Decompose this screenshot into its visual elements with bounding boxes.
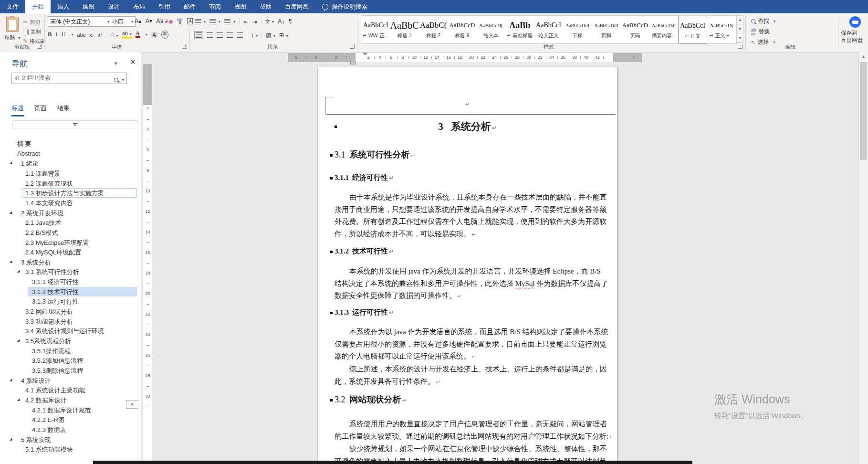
- nav-item[interactable]: 3.5.2添加信息流程: [0, 356, 141, 365]
- style-item[interactable]: AaBbCcD(纯文本: [477, 16, 505, 43]
- nav-item[interactable]: ◢5 系统实现: [0, 435, 141, 444]
- scrollbar-thumb[interactable]: [860, 62, 867, 160]
- styles-gallery-scroll[interactable]: ▲ ▼ ▼: [737, 15, 743, 43]
- style-item[interactable]: AaBbC(标题 2: [419, 16, 448, 43]
- multilevel-list-button[interactable]: ▾: [224, 19, 235, 24]
- nav-item[interactable]: ◢1 绪论: [0, 158, 141, 168]
- nav-item[interactable]: 3.3 功能需求分析: [0, 316, 141, 326]
- ribbon-tab-插入[interactable]: 插入: [51, 0, 76, 13]
- font-size-select[interactable]: 小四▾: [110, 16, 136, 27]
- decrease-indent-button[interactable]: ⇤: [243, 18, 248, 25]
- justify-button[interactable]: [227, 32, 233, 38]
- nav-item[interactable]: 1.4 本文研究内容: [0, 198, 141, 208]
- ribbon-tab-邮件[interactable]: 邮件: [177, 0, 202, 13]
- style-item[interactable]: AaBbCcDdI下标: [563, 16, 592, 43]
- show-marks-button[interactable]: ¶: [289, 18, 292, 25]
- phonetic-guide-button[interactable]: wén文: [177, 18, 183, 24]
- numbered-list-button[interactable]: ▾: [209, 19, 220, 24]
- nav-item[interactable]: 3.4 系统设计规则与运行环境: [0, 326, 141, 336]
- nav-item[interactable]: 3.1.1 经济可行性: [0, 277, 141, 286]
- clear-format-button[interactable]: A◆: [165, 18, 173, 25]
- nav-item[interactable]: 3.5.3删除信息流程: [0, 366, 141, 375]
- expand-triangle-icon[interactable]: ◢: [17, 269, 20, 273]
- ribbon-tab-开始[interactable]: 开始: [25, 0, 51, 13]
- expand-triangle-icon[interactable]: ◢: [10, 260, 12, 264]
- nav-item[interactable]: ◢3.5系统流程分析: [0, 336, 141, 346]
- nav-item[interactable]: 2.1 Java技术: [0, 218, 141, 227]
- sort-button[interactable]: A↓: [278, 18, 285, 25]
- nav-item[interactable]: 1.3 初步设计方法与实施方案: [0, 188, 141, 198]
- bullet-list-button[interactable]: ▾: [195, 19, 206, 24]
- ribbon-tab-绘图[interactable]: 绘图: [76, 0, 101, 13]
- ribbon-tab-文件[interactable]: 文件: [0, 0, 25, 13]
- nav-item[interactable]: 3.5.1操作流程: [0, 346, 141, 356]
- nav-item[interactable]: 2.2 B/S模式: [0, 228, 141, 237]
- replace-button[interactable]: abac替换: [751, 28, 770, 36]
- underline-button[interactable]: U: [62, 31, 66, 38]
- nav-item[interactable]: 5.1 系统功能模块: [0, 444, 141, 454]
- expand-triangle-icon[interactable]: ◢: [17, 398, 20, 401]
- subscript-button[interactable]: x₂: [89, 32, 94, 38]
- align-right-button[interactable]: [217, 32, 223, 38]
- baidu-save-button[interactable]: 保存到 百度网盘: [841, 16, 868, 44]
- shrink-font-button[interactable]: A▾: [146, 17, 153, 24]
- align-left-button[interactable]: [195, 32, 203, 39]
- borders-button[interactable]: ⊞▾: [279, 32, 288, 39]
- style-item[interactable]: AaBbC标题 1: [390, 16, 418, 43]
- nav-item[interactable]: 4.1 系统设计主要功能: [0, 385, 141, 395]
- expand-triangle-icon[interactable]: ◢: [10, 378, 12, 382]
- clipboard-dialog-launcher[interactable]: [37, 44, 42, 49]
- style-item[interactable]: AaBbCcDdI页脚: [592, 16, 620, 43]
- vertical-ruler[interactable]: 24681012141618202224262830: [143, 64, 152, 464]
- style-item[interactable]: AaBbCcI↵ 正文: [678, 16, 707, 43]
- ribbon-tab-设计[interactable]: 设计: [101, 0, 126, 13]
- document-page[interactable]: ↵ 3系统分析↵3.1系统可行性分析↵3.1.1经济可行性↵由于本系统是作为毕业…: [317, 67, 617, 464]
- nav-item[interactable]: 4.2.3 数据表: [0, 425, 141, 434]
- styles-dialog-launcher[interactable]: [738, 44, 743, 49]
- nav-item[interactable]: 2.4 MySQL环境配置: [0, 247, 141, 257]
- ribbon-tab-视图[interactable]: 视图: [228, 0, 253, 13]
- nav-item[interactable]: 3.2 网站现状分析: [0, 306, 141, 316]
- ribbon-tab-帮助[interactable]: 帮助: [253, 0, 278, 13]
- underline-dropdown[interactable]: ▾: [72, 32, 73, 37]
- expand-triangle-icon[interactable]: ◢: [10, 211, 12, 214]
- font-color-button[interactable]: A: [136, 31, 140, 38]
- nav-item[interactable]: 1.1 课题背景: [0, 169, 141, 178]
- align-center-button[interactable]: [207, 32, 213, 38]
- nav-item[interactable]: 3.1.3 运行可行性: [0, 296, 141, 306]
- highlight-color-button[interactable]: ab▾: [122, 31, 132, 39]
- document-scrollbar[interactable]: ▲: [858, 53, 868, 464]
- line-spacing-button[interactable]: ↕▾: [251, 32, 258, 38]
- nav-item[interactable]: ◢3 系统分析: [0, 257, 141, 267]
- expand-triangle-icon[interactable]: ◢: [17, 338, 20, 342]
- ribbon-tab-布局[interactable]: 布局: [126, 0, 152, 13]
- paragraph-dialog-launcher[interactable]: [350, 44, 355, 49]
- styles-scroll-up-icon[interactable]: ▲: [737, 16, 743, 25]
- increase-indent-button[interactable]: ⇥: [252, 18, 257, 25]
- find-button[interactable]: 查找▾: [751, 17, 775, 25]
- font-name-select[interactable]: 宋体 (中文正文)▾: [48, 16, 112, 27]
- nav-scroll-down-button[interactable]: ▼: [126, 400, 138, 409]
- style-item[interactable]: AaBbCcI论文正文: [534, 16, 563, 43]
- nav-item[interactable]: ◢2 系统开发环境: [0, 208, 141, 218]
- style-item[interactable]: AaBbCcDdI摘要内容...: [649, 16, 678, 43]
- font-color-dropdown[interactable]: ▾: [146, 32, 147, 37]
- style-item[interactable]: AaBbCcD(↵ 正文 +...: [707, 16, 736, 43]
- nav-item[interactable]: ◢4 系统设计: [0, 376, 141, 385]
- styles-scroll-down-icon[interactable]: ▼: [737, 25, 743, 34]
- bold-button[interactable]: B: [48, 31, 52, 38]
- ribbon-tab-引用[interactable]: 引用: [152, 0, 177, 13]
- nav-item[interactable]: 2.3 MyEclipse环境配置: [0, 238, 141, 247]
- tell-me-search[interactable]: 操作说明搜索: [322, 0, 367, 13]
- nav-item[interactable]: ◢4.2 数据库设计: [0, 395, 141, 405]
- ribbon-tab-审阅[interactable]: 审阅: [202, 0, 228, 13]
- scroll-up-icon[interactable]: ▲: [859, 53, 868, 61]
- select-button[interactable]: ↖选择▾: [751, 38, 775, 46]
- nav-item[interactable]: ◢3.1 系统可行性分析: [0, 267, 141, 276]
- expand-triangle-icon[interactable]: ◢: [10, 161, 12, 165]
- left-indent-marker[interactable]: [350, 62, 356, 64]
- character-border-button[interactable]: A: [187, 18, 193, 24]
- nav-item[interactable]: Abstract: [0, 149, 141, 158]
- superscript-button[interactable]: x²: [98, 32, 102, 38]
- style-item[interactable]: AaBb↵ 基准标题: [505, 16, 534, 43]
